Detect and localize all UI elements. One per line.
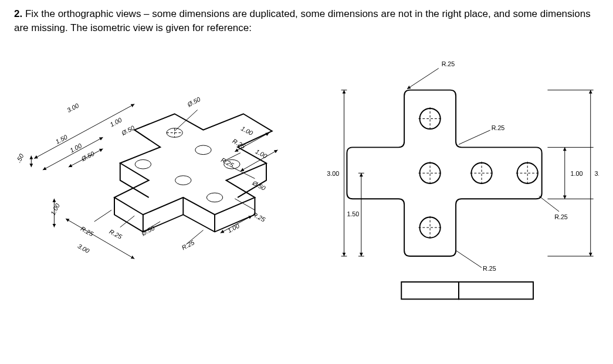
svg-line-21 [94,210,111,222]
svg-line-25 [407,68,439,89]
iso-r25b: R.25 [220,156,235,168]
top-3-00-right: 3.00 [594,170,599,177]
iso-phi-050a: Ø.50 [80,149,96,162]
iso-r25e: R.25 [108,227,123,240]
top-r25-top: R.25 [441,60,455,67]
iso-r25c: R.25 [252,210,267,223]
iso-3-00b: 3.00 [76,242,90,254]
iso-dim-1-00b: 1.00 [109,116,123,128]
iso-phi-050c: Ø.50 [185,95,201,108]
top-r25-b: R.25 [554,213,568,220]
svg-rect-56 [401,282,459,299]
iso-phi-050b: Ø.50 [120,124,136,137]
isometric-view: 3.00 1.50 1.00 Ø.50 1.00 Ø.50 Ø.50 1.00 … [14,47,301,293]
top-1-50: 1.50 [347,210,359,217]
svg-point-1 [195,145,211,155]
question-number: 2. [14,8,22,19]
svg-line-43 [456,250,482,267]
iso-dim-1-00e: 1.00 [226,222,241,233]
svg-line-8 [34,104,134,158]
front-view [401,282,533,299]
question-prompt: 2. Fix the orthographic views – some dim… [14,7,599,35]
svg-point-2 [135,159,151,169]
svg-line-11 [175,110,198,131]
svg-line-18 [186,230,203,244]
svg-point-5 [206,193,222,202]
top-3-00-left: 3.00 [327,170,339,177]
top-1-00-right: 1.00 [570,170,582,177]
iso-dim-1-00c: 1.00 [240,124,254,136]
svg-point-3 [175,175,191,185]
iso-phi-050e: Ø.50 [140,224,155,237]
svg-line-41 [459,130,490,144]
orthographic-views: R.25 R.25 R.25 [307,47,599,317]
question-text: Fix the orthographic views – some dimens… [14,8,591,33]
top-r25-c: R.25 [483,265,496,272]
iso-1-00-left: 1.00 [49,202,61,216]
top-r25-a: R.25 [491,124,504,131]
svg-line-24 [66,219,134,258]
iso-dim-3-00a: 3.00 [66,101,80,113]
iso-050: .50 [15,152,25,164]
figure-wrap: 3.00 1.50 1.00 Ø.50 1.00 Ø.50 Ø.50 1.00 … [14,47,599,317]
iso-r25d: R.25 [181,239,196,251]
svg-rect-57 [459,282,533,299]
svg-line-42 [539,196,558,211]
